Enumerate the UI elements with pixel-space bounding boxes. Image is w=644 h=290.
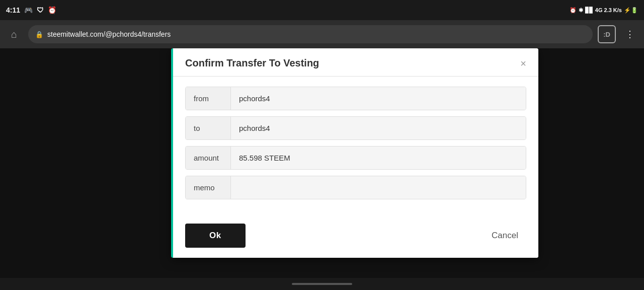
ok-button[interactable]: Ok xyxy=(185,224,246,248)
modal-header: Confirm Transfer To Vesting × xyxy=(173,48,538,77)
home-button[interactable]: ⌂ xyxy=(5,25,23,43)
time-display: 4:11 xyxy=(6,6,20,14)
close-button[interactable]: × xyxy=(520,58,526,68)
amount-label: amount xyxy=(186,147,231,169)
status-left: 4:11 🎮 🛡 ⏰ xyxy=(6,6,56,14)
home-indicator xyxy=(292,283,352,285)
modal-footer: Ok Cancel xyxy=(173,215,538,258)
bottom-bar xyxy=(0,278,644,290)
to-label: to xyxy=(186,117,231,139)
status-right: ⏰ ✱ ▊▊ 4G 2.3 K/s ⚡🔋 xyxy=(570,7,638,14)
to-row: to pchords4 xyxy=(185,116,526,140)
lock-icon: 🔒 xyxy=(35,31,43,38)
alarm-icon: ⏰ xyxy=(570,7,577,14)
status-bar: 4:11 🎮 🛡 ⏰ ⏰ ✱ ▊▊ 4G 2.3 K/s ⚡🔋 xyxy=(0,0,644,20)
from-value: pchords4 xyxy=(231,87,526,110)
amount-row: amount 85.598 STEEM xyxy=(185,146,526,170)
modal-title: Confirm Transfer To Vesting xyxy=(185,57,319,69)
amount-value: 85.598 STEEM xyxy=(231,147,526,169)
browser-bar: ⌂ 🔒 steemitwallet.com/@pchords4/transfer… xyxy=(0,20,644,48)
game-controller-icon: 🎮 xyxy=(24,6,33,14)
modal-body: from pchords4 to pchords4 amount 85.598 … xyxy=(173,77,538,215)
more-options-button[interactable]: ⋮ xyxy=(621,25,639,43)
memo-row: memo xyxy=(185,176,526,199)
battery-icon: ⚡🔋 xyxy=(624,7,638,14)
shield-icon: 🛡 xyxy=(37,6,44,14)
from-row: from pchords4 xyxy=(185,87,526,110)
from-label: from xyxy=(186,87,231,110)
memo-label: memo xyxy=(186,176,231,199)
url-bar[interactable]: 🔒 steemitwallet.com/@pchords4/transfers xyxy=(28,25,593,43)
signal-icon: ▊▊ xyxy=(585,7,593,14)
bluetooth-icon: ✱ xyxy=(579,7,583,14)
url-text: steemitwallet.com/@pchords4/transfers xyxy=(47,30,171,38)
memo-value xyxy=(231,176,526,199)
confirm-transfer-modal: Confirm Transfer To Vesting × from pchor… xyxy=(171,48,538,258)
cancel-button[interactable]: Cancel xyxy=(484,224,526,248)
network-speed: 4G 2.3 K/s xyxy=(595,7,622,13)
to-value: pchords4 xyxy=(231,117,526,139)
clock-icon: ⏰ xyxy=(48,6,56,14)
d-button[interactable]: :D xyxy=(598,25,616,43)
